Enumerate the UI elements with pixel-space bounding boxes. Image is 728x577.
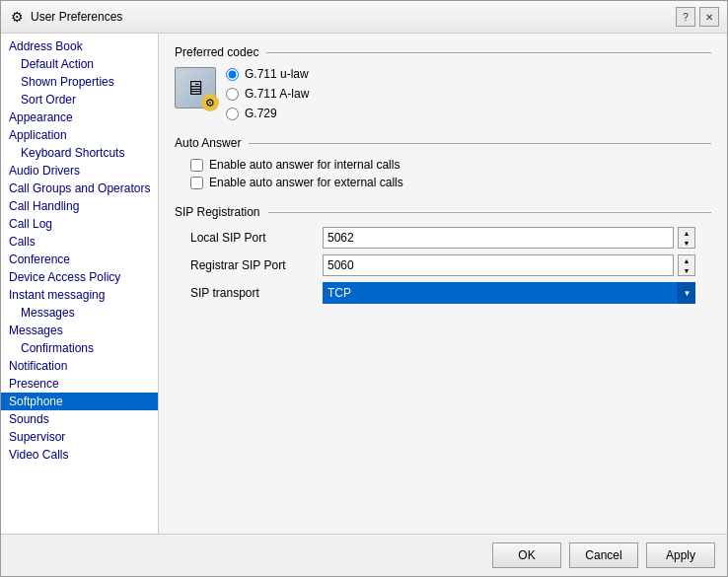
auto-answer-section-label: Auto Answer [175,136,711,150]
sidebar-item-instant-messaging[interactable]: Instant messaging [1,286,158,304]
sidebar-item-appearance[interactable]: Appearance [1,108,158,126]
sip-transport-label: SIP transport [190,286,319,300]
dialog-footer: OK Cancel Apply [1,534,727,576]
codec-icon-inner: 🖥 ⚙ [175,67,216,108]
apply-button[interactable]: Apply [646,542,715,568]
codec-label-g729: G.729 [245,107,277,120]
title-bar-controls: ? ✕ [676,7,719,27]
registrar-sip-port-down[interactable]: ▼ [679,265,694,275]
sidebar-item-softphone[interactable]: Softphone [1,393,158,410]
sidebar-item-calls[interactable]: Calls [1,233,158,251]
sip-transport-wrapper: TCP UDP TLS ▼ [323,282,695,304]
sidebar-item-keyboard-shortcuts[interactable]: Keyboard Shortcuts [1,144,158,162]
registrar-sip-port-up[interactable]: ▲ [679,255,694,265]
auto-answer-section: Auto Answer Enable auto answer for inter… [175,136,711,189]
close-button[interactable]: ✕ [699,7,719,27]
sidebar-item-call-groups-operators[interactable]: Call Groups and Operators [1,180,158,197]
cancel-button[interactable]: Cancel [569,542,638,568]
sidebar-item-conference[interactable]: Conference [1,251,158,268]
sidebar-item-default-action[interactable]: Default Action [1,55,158,73]
sidebar-item-call-log[interactable]: Call Log [1,215,158,233]
codec-radio-g711a[interactable] [226,88,239,101]
main-content: Address BookDefault ActionShown Properti… [1,34,727,534]
sip-transport-select[interactable]: TCP UDP TLS [323,282,695,304]
registrar-sip-port-label: Registrar SIP Port [190,258,319,272]
sidebar-item-sort-order[interactable]: Sort Order [1,91,158,108]
local-sip-port-spinner: ▲ ▼ [678,227,695,249]
sip-section: SIP Registration Local SIP Port ▲ ▼ Regi… [175,205,711,304]
app-icon: ⚙ [9,9,25,25]
sidebar-item-supervisor[interactable]: Supervisor [1,428,158,446]
auto-answer-external-option[interactable]: Enable auto answer for external calls [190,176,711,189]
codec-icon: 🖥 ⚙ [175,67,216,108]
local-sip-port-label: Local SIP Port [190,231,319,245]
codec-option-g711u[interactable]: G.711 u-law [226,67,309,81]
codec-label-g711u: G.711 u-law [245,67,309,81]
codec-radio-g711u[interactable] [226,68,239,81]
ok-button[interactable]: OK [492,542,561,568]
local-sip-port-input[interactable] [323,227,674,249]
sidebar-item-messages[interactable]: Messages [1,322,158,339]
auto-answer-external-checkbox[interactable] [190,177,203,189]
codec-radio-group: G.711 u-law G.711 A-law G.729 [226,67,309,120]
local-sip-port-row: Local SIP Port ▲ ▼ [190,227,695,249]
sidebar: Address BookDefault ActionShown Properti… [1,34,159,534]
sidebar-item-address-book[interactable]: Address Book [1,37,158,55]
sidebar-item-device-access-policy[interactable]: Device Access Policy [1,268,158,286]
title-bar: ⚙ User Preferences ? ✕ [1,1,727,34]
auto-answer-internal-label: Enable auto answer for internal calls [209,158,400,172]
registrar-sip-port-row: Registrar SIP Port ▲ ▼ [190,254,695,276]
sip-transport-row: SIP transport TCP UDP TLS ▼ [190,282,695,304]
sidebar-item-application[interactable]: Application [1,126,158,144]
auto-answer-internal-checkbox[interactable] [190,159,203,172]
codec-section-label: Preferred codec [175,45,711,59]
auto-answer-external-label: Enable auto answer for external calls [209,176,403,189]
dialog-title: User Preferences [31,10,670,24]
sip-section-label: SIP Registration [175,205,711,219]
local-sip-port-up[interactable]: ▲ [679,228,694,238]
local-sip-port-down[interactable]: ▼ [679,238,694,248]
sidebar-item-call-handling[interactable]: Call Handling [1,197,158,215]
registrar-sip-port-input[interactable] [323,254,674,276]
sidebar-item-notification[interactable]: Notification [1,357,158,375]
codec-option-g711a[interactable]: G.711 A-law [226,87,309,101]
codec-option-g729[interactable]: G.729 [226,107,309,120]
user-preferences-dialog: ⚙ User Preferences ? ✕ Address BookDefau… [0,0,728,577]
sidebar-item-messages-sub[interactable]: Messages [1,304,158,322]
help-button[interactable]: ? [676,7,695,27]
gear-badge: ⚙ [201,94,219,111]
sidebar-item-presence[interactable]: Presence [1,375,158,393]
codec-area: 🖥 ⚙ G.711 u-law G.711 A-law [175,67,711,120]
sidebar-item-shown-properties[interactable]: Shown Properties [1,73,158,91]
registrar-sip-port-spinner: ▲ ▼ [678,254,695,276]
settings-panel: Preferred codec 🖥 ⚙ G.711 u-law G.71 [159,34,727,534]
sidebar-item-sounds[interactable]: Sounds [1,410,158,428]
codec-label-g711a: G.711 A-law [245,87,309,101]
auto-answer-internal-option[interactable]: Enable auto answer for internal calls [190,158,711,172]
sidebar-item-video-calls[interactable]: Video Calls [1,446,158,464]
sidebar-item-confirmations[interactable]: Confirmations [1,339,158,357]
sidebar-item-audio-drivers[interactable]: Audio Drivers [1,162,158,180]
codec-radio-g729[interactable] [226,108,239,120]
